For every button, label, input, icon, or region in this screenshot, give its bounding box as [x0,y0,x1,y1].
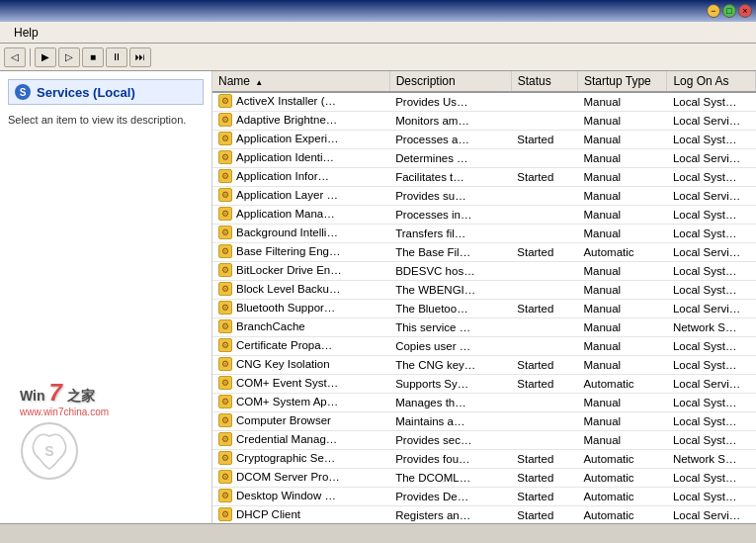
service-logon: Local Syst… [667,92,756,112]
right-panel: Name ▲ Description Status Startup Type L… [212,71,756,523]
svg-point-0 [22,423,77,479]
table-row[interactable]: Bluetooth Suppor…The Bluetoo…StartedManu… [212,300,756,318]
service-description: Maintains a… [389,412,511,431]
col-header-name[interactable]: Name ▲ [212,71,389,92]
toolbar-back-button[interactable]: ◁ [4,47,26,67]
table-row[interactable]: COM+ System Ap…Manages th…ManualLocal Sy… [212,394,756,412]
col-header-status[interactable]: Status [511,71,577,92]
title-bar: − □ × [0,0,756,22]
service-startup-type: Manual [577,168,666,187]
table-row[interactable]: Background Intelli…Transfers fil…ManualL… [212,225,756,243]
table-row[interactable]: DHCP ClientRegisters an…StartedAutomatic… [212,506,756,524]
service-startup-type: Automatic [577,375,666,394]
service-status [511,281,577,300]
service-name-cell: Bluetooth Suppor… [212,300,389,318]
service-icon [218,207,232,221]
menu-help[interactable]: Help [6,24,46,42]
col-header-description[interactable]: Description [389,71,511,92]
service-name-cell: Background Intelli… [212,225,389,243]
service-name-text: Bluetooth Suppor… [236,302,335,314]
table-row[interactable]: DCOM Server Pro…The DCOML…StartedAutomat… [212,469,756,488]
service-logon: Local Syst… [667,131,756,149]
toolbar-skip-button[interactable]: ⏭ [129,47,151,67]
service-name-cell: BranchCache [212,318,389,337]
toolbar-pause-button[interactable]: ⏸ [106,47,127,67]
service-startup-type: Manual [577,300,666,318]
service-name-text: Background Intelli… [236,226,338,238]
status-bar [0,523,756,543]
service-startup-type: Automatic [577,488,666,506]
service-description: Transfers fil… [389,225,511,243]
table-row[interactable]: Application Mana…Processes in…ManualLoca… [212,206,756,225]
service-name-cell: DHCP Client [212,506,389,524]
services-icon: S [15,84,31,100]
service-description: BDESVC hos… [389,262,511,281]
table-row[interactable]: Application Infor…Facilitates t…StartedM… [212,168,756,187]
service-name-cell: Certificate Propa… [212,337,389,356]
table-row[interactable]: ActiveX Installer (…Provides Us…ManualLo… [212,92,756,112]
table-row[interactable]: Cryptographic Se…Provides fou…StartedAut… [212,450,756,469]
service-name-text: DHCP Client [236,508,300,520]
service-name-cell: BitLocker Drive En… [212,262,389,281]
table-row[interactable]: BitLocker Drive En…BDESVC hos…ManualLoca… [212,262,756,281]
svg-text:S: S [44,443,53,459]
table-row[interactable]: Application Layer …Provides su…ManualLoc… [212,187,756,206]
services-scroll-area[interactable]: Name ▲ Description Status Startup Type L… [212,71,756,523]
col-header-startup[interactable]: Startup Type [577,71,666,92]
table-row[interactable]: COM+ Event Syst…Supports Sy…StartedAutom… [212,375,756,394]
service-status: Started [511,131,577,149]
service-name-text: Desktop Window … [236,490,336,501]
toolbar: ◁ ▶ ▷ ■ ⏸ ⏭ [0,44,756,71]
service-name-cell: Application Layer … [212,187,389,206]
table-row[interactable]: BranchCacheThis service …ManualNetwork S… [212,318,756,337]
minimize-button[interactable]: − [707,4,720,18]
service-status [511,412,577,431]
maximize-button[interactable]: □ [722,4,736,18]
service-name-cell: Cryptographic Se… [212,450,389,469]
table-row[interactable]: Computer BrowserMaintains a…ManualLocal … [212,412,756,431]
toolbar-separator-1 [30,48,31,66]
table-row[interactable]: Credential Manag…Provides sec…ManualLoca… [212,431,756,450]
table-row[interactable]: Base Filtering Eng…The Base Fil…StartedA… [212,243,756,262]
service-name-cell: Block Level Backu… [212,281,389,300]
close-button[interactable]: × [738,4,752,18]
table-row[interactable]: Application Identi…Determines …ManualLoc… [212,149,756,168]
service-icon [218,188,232,202]
service-name-cell: Application Experi… [212,131,389,149]
service-description: This service … [389,318,511,337]
service-description: The Base Fil… [389,243,511,262]
service-description: Provides Us… [389,92,511,112]
service-icon [218,263,232,277]
toolbar-stop-button[interactable]: ■ [82,47,104,67]
service-name-cell: Application Infor… [212,168,389,187]
service-icon [218,226,232,239]
table-row[interactable]: Desktop Window …Provides De…StartedAutom… [212,488,756,506]
toolbar-play-button[interactable]: ▶ [35,47,56,67]
service-name-text: DCOM Server Pro… [236,471,340,483]
service-logon: Local Servi… [667,187,756,206]
service-status: Started [511,243,577,262]
service-status: Started [511,356,577,375]
service-icon [218,395,232,408]
service-logon: Local Syst… [667,337,756,356]
service-icon [218,94,232,108]
service-logon: Network S… [667,318,756,337]
table-row[interactable]: Certificate Propa…Copies user …ManualLoc… [212,337,756,356]
table-row[interactable]: Adaptive Brightne…Monitors am…ManualLoca… [212,112,756,131]
col-header-logon[interactable]: Log On As [667,71,756,92]
table-row[interactable]: Application Experi…Processes a…StartedMa… [212,131,756,149]
service-description: Processes a… [389,131,511,149]
service-icon [218,301,232,315]
service-description: Supports Sy… [389,375,511,394]
service-startup-type: Manual [577,337,666,356]
service-icon [218,113,232,127]
table-row[interactable]: Block Level Backu…The WBENGI…ManualLocal… [212,281,756,300]
service-startup-type: Manual [577,318,666,337]
service-name-cell: Adaptive Brightne… [212,112,389,131]
service-logon: Local Servi… [667,243,756,262]
service-name-cell: COM+ Event Syst… [212,375,389,394]
service-startup-type: Manual [577,412,666,431]
service-startup-type: Automatic [577,450,666,469]
table-row[interactable]: CNG Key IsolationThe CNG key…StartedManu… [212,356,756,375]
toolbar-next-button[interactable]: ▷ [58,47,80,67]
